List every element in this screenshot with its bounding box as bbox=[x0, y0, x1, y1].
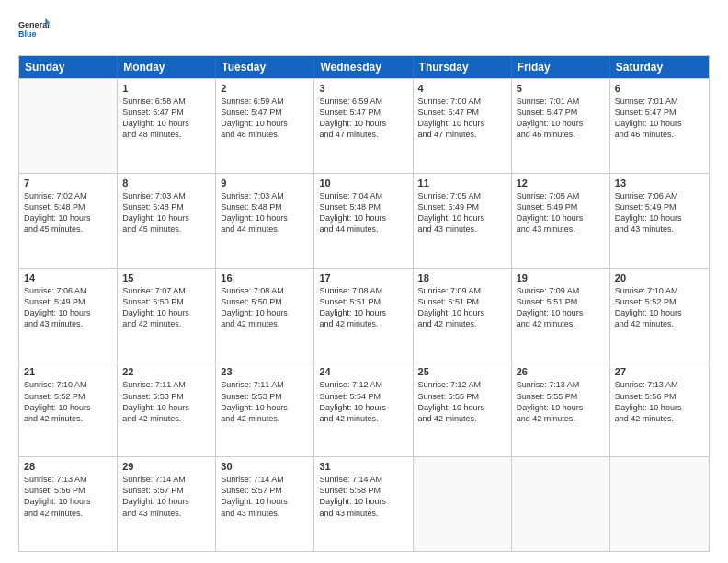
calendar-cell: 10Sunrise: 7:04 AM Sunset: 5:48 PM Dayli… bbox=[314, 174, 413, 268]
day-info: Sunrise: 6:58 AM Sunset: 5:47 PM Dayligh… bbox=[122, 96, 210, 141]
calendar-cell: 6Sunrise: 7:01 AM Sunset: 5:47 PM Daylig… bbox=[610, 79, 709, 173]
calendar-week: 21Sunrise: 7:10 AM Sunset: 5:52 PM Dayli… bbox=[19, 362, 709, 456]
calendar-header-cell: Wednesday bbox=[314, 56, 413, 78]
day-number: 19 bbox=[517, 272, 605, 283]
day-number: 25 bbox=[418, 366, 506, 377]
day-info: Sunrise: 7:11 AM Sunset: 5:53 PM Dayligh… bbox=[122, 379, 210, 424]
day-number: 14 bbox=[24, 272, 112, 283]
day-info: Sunrise: 7:14 AM Sunset: 5:58 PM Dayligh… bbox=[319, 474, 407, 519]
day-number: 30 bbox=[221, 461, 309, 472]
calendar-cell: 5Sunrise: 7:01 AM Sunset: 5:47 PM Daylig… bbox=[512, 79, 610, 173]
day-info: Sunrise: 7:08 AM Sunset: 5:50 PM Dayligh… bbox=[221, 285, 309, 330]
day-number: 11 bbox=[418, 178, 506, 189]
calendar-cell: 4Sunrise: 7:00 AM Sunset: 5:47 PM Daylig… bbox=[414, 79, 512, 173]
calendar-cell bbox=[414, 457, 512, 551]
day-info: Sunrise: 7:14 AM Sunset: 5:57 PM Dayligh… bbox=[122, 474, 210, 519]
calendar-cell: 29Sunrise: 7:14 AM Sunset: 5:57 PM Dayli… bbox=[118, 457, 216, 551]
day-number: 24 bbox=[319, 366, 407, 377]
day-info: Sunrise: 6:59 AM Sunset: 5:47 PM Dayligh… bbox=[319, 96, 407, 141]
calendar-cell: 7Sunrise: 7:02 AM Sunset: 5:48 PM Daylig… bbox=[19, 174, 118, 268]
page: General Blue SundayMondayTuesdayWednesda… bbox=[0, 0, 728, 563]
calendar-cell: 28Sunrise: 7:13 AM Sunset: 5:56 PM Dayli… bbox=[19, 457, 118, 551]
calendar-header-cell: Monday bbox=[118, 56, 216, 78]
day-info: Sunrise: 7:09 AM Sunset: 5:51 PM Dayligh… bbox=[418, 285, 506, 330]
day-number: 13 bbox=[615, 178, 704, 189]
calendar-cell bbox=[512, 457, 610, 551]
day-info: Sunrise: 7:12 AM Sunset: 5:54 PM Dayligh… bbox=[319, 379, 407, 424]
day-number: 10 bbox=[319, 178, 407, 189]
calendar-cell: 27Sunrise: 7:13 AM Sunset: 5:56 PM Dayli… bbox=[610, 362, 709, 456]
calendar-header-cell: Tuesday bbox=[216, 56, 314, 78]
day-info: Sunrise: 7:09 AM Sunset: 5:51 PM Dayligh… bbox=[517, 285, 605, 330]
calendar-cell: 17Sunrise: 7:08 AM Sunset: 5:51 PM Dayli… bbox=[314, 269, 413, 362]
day-number: 9 bbox=[221, 178, 309, 189]
day-info: Sunrise: 7:00 AM Sunset: 5:47 PM Dayligh… bbox=[418, 96, 506, 141]
day-number: 15 bbox=[122, 272, 210, 283]
day-info: Sunrise: 7:04 AM Sunset: 5:48 PM Dayligh… bbox=[319, 190, 407, 236]
day-info: Sunrise: 7:07 AM Sunset: 5:50 PM Dayligh… bbox=[122, 285, 210, 330]
day-info: Sunrise: 7:01 AM Sunset: 5:47 PM Dayligh… bbox=[517, 96, 605, 141]
day-number: 4 bbox=[418, 83, 506, 94]
day-info: Sunrise: 7:01 AM Sunset: 5:47 PM Dayligh… bbox=[615, 96, 704, 141]
calendar-cell: 30Sunrise: 7:14 AM Sunset: 5:57 PM Dayli… bbox=[216, 457, 314, 551]
calendar-week: 28Sunrise: 7:13 AM Sunset: 5:56 PM Dayli… bbox=[19, 456, 709, 551]
day-info: Sunrise: 7:10 AM Sunset: 5:52 PM Dayligh… bbox=[615, 285, 704, 330]
calendar-cell: 13Sunrise: 7:06 AM Sunset: 5:49 PM Dayli… bbox=[610, 174, 709, 268]
calendar-cell: 19Sunrise: 7:09 AM Sunset: 5:51 PM Dayli… bbox=[512, 269, 610, 362]
day-number: 29 bbox=[122, 461, 210, 472]
day-number: 27 bbox=[615, 366, 704, 377]
calendar-cell: 22Sunrise: 7:11 AM Sunset: 5:53 PM Dayli… bbox=[118, 362, 216, 456]
day-number: 22 bbox=[122, 366, 210, 377]
day-info: Sunrise: 7:12 AM Sunset: 5:55 PM Dayligh… bbox=[418, 379, 506, 424]
day-info: Sunrise: 7:08 AM Sunset: 5:51 PM Dayligh… bbox=[319, 285, 407, 330]
day-info: Sunrise: 7:13 AM Sunset: 5:55 PM Dayligh… bbox=[517, 379, 605, 424]
calendar-cell: 21Sunrise: 7:10 AM Sunset: 5:52 PM Dayli… bbox=[19, 362, 118, 456]
calendar-cell: 1Sunrise: 6:58 AM Sunset: 5:47 PM Daylig… bbox=[118, 79, 216, 173]
calendar: SundayMondayTuesdayWednesdayThursdayFrid… bbox=[18, 55, 710, 552]
day-number: 2 bbox=[221, 83, 309, 94]
calendar-cell: 3Sunrise: 6:59 AM Sunset: 5:47 PM Daylig… bbox=[314, 79, 413, 173]
day-number: 7 bbox=[24, 178, 112, 189]
calendar-cell bbox=[610, 457, 709, 551]
day-number: 28 bbox=[24, 461, 112, 472]
calendar-week: 14Sunrise: 7:06 AM Sunset: 5:49 PM Dayli… bbox=[19, 268, 709, 362]
calendar-header-cell: Thursday bbox=[414, 56, 512, 78]
calendar-header-cell: Friday bbox=[512, 56, 610, 78]
day-number: 20 bbox=[615, 272, 704, 283]
day-number: 16 bbox=[221, 272, 309, 283]
day-info: Sunrise: 7:13 AM Sunset: 5:56 PM Dayligh… bbox=[24, 474, 112, 519]
day-info: Sunrise: 7:06 AM Sunset: 5:49 PM Dayligh… bbox=[615, 190, 704, 236]
generalblue-logo-icon: General Blue bbox=[18, 15, 50, 46]
day-info: Sunrise: 7:13 AM Sunset: 5:56 PM Dayligh… bbox=[615, 379, 704, 424]
calendar-cell: 20Sunrise: 7:10 AM Sunset: 5:52 PM Dayli… bbox=[610, 269, 709, 362]
day-info: Sunrise: 7:05 AM Sunset: 5:49 PM Dayligh… bbox=[418, 190, 506, 236]
logo: General Blue bbox=[18, 15, 50, 46]
day-number: 23 bbox=[221, 366, 309, 377]
svg-text:General: General bbox=[18, 20, 50, 29]
calendar-cell: 18Sunrise: 7:09 AM Sunset: 5:51 PM Dayli… bbox=[414, 269, 512, 362]
calendar-cell: 8Sunrise: 7:03 AM Sunset: 5:48 PM Daylig… bbox=[118, 174, 216, 268]
calendar-cell: 12Sunrise: 7:05 AM Sunset: 5:49 PM Dayli… bbox=[512, 174, 610, 268]
day-number: 1 bbox=[122, 83, 210, 94]
calendar-cell: 11Sunrise: 7:05 AM Sunset: 5:49 PM Dayli… bbox=[414, 174, 512, 268]
day-info: Sunrise: 7:06 AM Sunset: 5:49 PM Dayligh… bbox=[24, 285, 112, 330]
calendar-cell: 2Sunrise: 6:59 AM Sunset: 5:47 PM Daylig… bbox=[216, 79, 314, 173]
day-info: Sunrise: 7:05 AM Sunset: 5:49 PM Dayligh… bbox=[517, 190, 605, 236]
calendar-cell: 24Sunrise: 7:12 AM Sunset: 5:54 PM Dayli… bbox=[314, 362, 413, 456]
calendar-week: 1Sunrise: 6:58 AM Sunset: 5:47 PM Daylig… bbox=[19, 78, 709, 173]
calendar-header-cell: Sunday bbox=[19, 56, 118, 78]
day-number: 12 bbox=[517, 178, 605, 189]
svg-text:Blue: Blue bbox=[18, 29, 37, 39]
calendar-cell: 31Sunrise: 7:14 AM Sunset: 5:58 PM Dayli… bbox=[314, 457, 413, 551]
day-number: 6 bbox=[615, 83, 704, 94]
day-number: 21 bbox=[24, 366, 112, 377]
day-info: Sunrise: 7:14 AM Sunset: 5:57 PM Dayligh… bbox=[221, 474, 309, 519]
day-info: Sunrise: 7:10 AM Sunset: 5:52 PM Dayligh… bbox=[24, 379, 112, 424]
day-number: 26 bbox=[517, 366, 605, 377]
day-info: Sunrise: 7:02 AM Sunset: 5:48 PM Dayligh… bbox=[24, 190, 112, 236]
calendar-cell: 26Sunrise: 7:13 AM Sunset: 5:55 PM Dayli… bbox=[512, 362, 610, 456]
day-number: 31 bbox=[319, 461, 407, 472]
day-number: 3 bbox=[319, 83, 407, 94]
day-number: 8 bbox=[122, 178, 210, 189]
calendar-cell: 14Sunrise: 7:06 AM Sunset: 5:49 PM Dayli… bbox=[19, 269, 118, 362]
